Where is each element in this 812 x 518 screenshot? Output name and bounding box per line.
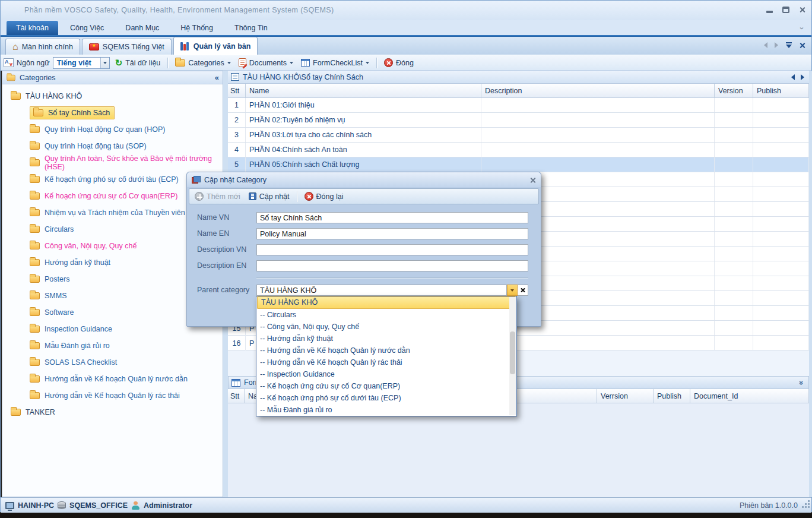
language-combo-dropdown-icon[interactable] [100, 58, 109, 68]
dropdown-item[interactable]: -- Kế hoạch ứng cứu sự cố Cơ quan(ERP) [256, 380, 516, 392]
tree-item-label: Hướng dẫn kỹ thuật [45, 258, 110, 267]
update-button[interactable]: Cập nhật [246, 191, 293, 202]
column-header-publish[interactable]: Publish [753, 84, 809, 97]
ribbon-tab-2[interactable]: Công Việc [61, 21, 113, 35]
dropdown-scrollbar-thumb[interactable] [510, 331, 515, 374]
restore-button[interactable] [782, 7, 789, 13]
table-row[interactable]: 5PHẦN 05:Chính sách Chất lượng [228, 157, 809, 172]
ribbon-tab-3[interactable]: Danh Mục [116, 21, 169, 35]
cell [715, 187, 753, 201]
column-header-verrsion[interactable]: Verrsion [597, 389, 654, 403]
dropdown-item[interactable]: -- Công văn, Nội quy, Quy chế [256, 321, 516, 333]
reload-button[interactable]: ↻ Tải dữ liệu [113, 58, 163, 68]
cell-stt: 16 [228, 336, 246, 351]
folder-icon [30, 392, 40, 399]
tree-item[interactable]: Quy trình An toàn, Sức khỏe và Bảo vệ mô… [2, 154, 223, 171]
dialog-toolbar-separator [297, 191, 297, 202]
tree-item[interactable]: TÀU HÀNG KHÔ [2, 88, 223, 105]
resize-grip[interactable] [805, 503, 807, 505]
panel-collapse-icon[interactable]: « [215, 73, 219, 82]
close-button[interactable] [799, 7, 805, 13]
tree-item[interactable]: TANKER [2, 404, 223, 421]
window-title: Phần mềm VOSCO Safety, Quality, Health, … [24, 6, 334, 14]
cell [715, 261, 753, 276]
name-en-input[interactable] [256, 228, 528, 239]
cell: 4 [228, 143, 246, 157]
tree-item[interactable]: Hướng dẫn về Kế hoạch Quản lý rác thải [2, 387, 223, 404]
dropdown-item[interactable]: -- Mẫu Đánh giá rủi ro [256, 404, 516, 416]
parent-category-clear-icon[interactable] [518, 285, 528, 296]
tree-item[interactable]: SOLAS LSA Checklist [2, 354, 223, 371]
form-panel-collapse-icon[interactable]: » [797, 380, 806, 384]
dialog-close-icon[interactable] [530, 177, 536, 183]
grid-next-icon[interactable] [801, 74, 804, 80]
tree-item-label: Inspection Guidance [45, 325, 112, 333]
cell-name: PHẦN 02:Tuyên bố nhiệm vụ [246, 113, 481, 127]
formchecklist-menu-button[interactable]: FormCheckList [299, 58, 372, 68]
app-window: Phần mềm VOSCO Safety, Quality, Health, … [0, 0, 812, 512]
table-row[interactable]: 2PHẦN 02:Tuyên bố nhiệm vụ [228, 113, 809, 128]
chevron-down-icon [290, 62, 293, 64]
document-tab-label: SQEMS Tiếng Việt [103, 43, 164, 51]
dropdown-item[interactable]: -- Inspection Guidance [256, 368, 516, 380]
dropdown-item[interactable]: TÀU HÀNG KHÔ [257, 296, 516, 309]
minimize-button[interactable] [766, 11, 773, 13]
cell [753, 113, 809, 127]
description-vn-input[interactable] [256, 244, 528, 255]
column-header-description[interactable]: Description [481, 84, 715, 97]
ribbon-tab-bar: Tài khoảnCông ViệcDanh MụcHệ ThốngThông … [1, 20, 811, 35]
cell [753, 202, 809, 216]
cell [753, 321, 809, 335]
document-tab-2[interactable]: SQEMS Tiếng Việt [82, 39, 172, 55]
column-header-version[interactable]: Version [715, 84, 753, 97]
table-row[interactable]: 1PHẦN 01:Giới thiệu [228, 98, 809, 113]
tab-scroll-right-icon[interactable] [775, 42, 778, 48]
tab-scroll-left-icon[interactable] [764, 42, 767, 48]
parent-category-dropdown-icon[interactable] [507, 285, 518, 296]
tab-close-icon[interactable] [800, 42, 805, 48]
document-tab-1[interactable]: ⌂Màn hình chính [5, 39, 80, 55]
dropdown-item[interactable]: -- Kế hoạch ứng phó sự cố dưới tàu (ECP) [256, 392, 516, 404]
documents-menu-button[interactable]: Documents [236, 57, 296, 68]
tree-item[interactable]: Mẫu Đánh giá rủi ro [2, 337, 223, 354]
column-header-name[interactable]: Name [246, 84, 481, 97]
table-row[interactable]: 3PHẦN 03:Lời tựa cho các chính sách [228, 128, 809, 143]
column-header-stt[interactable]: Stt [228, 389, 245, 403]
add-new-button[interactable]: Thêm mới [192, 191, 243, 202]
ribbon-collapse-icon[interactable]: ‹ [796, 27, 805, 29]
dialog-close-button[interactable]: Đóng lại [302, 191, 347, 202]
categories-menu-button[interactable]: Categories [173, 58, 233, 68]
cell [715, 202, 753, 216]
column-header-stt[interactable]: Stt [228, 84, 246, 97]
dropdown-item[interactable]: -- Hướng dẫn về Kế hoạch Quản lý rác thả… [256, 356, 516, 368]
column-header-publish[interactable]: Publish [654, 389, 690, 403]
close-tab-button[interactable]: Đóng [382, 57, 416, 68]
language-combo[interactable]: Tiếng việt [53, 57, 110, 69]
cell [753, 157, 809, 172]
dropdown-item[interactable]: -- Circulars [256, 309, 516, 321]
tree-item[interactable]: Quy trình Hoạt động Cơ quan (HOP) [2, 121, 223, 138]
dropdown-item[interactable]: -- Hướng dẫn kỹ thuật [256, 333, 516, 345]
tree-item[interactable]: Hướng dẫn về Kế hoạch Quản lý nước dằn [2, 371, 223, 387]
tab-list-icon[interactable] [785, 42, 792, 48]
grid-prev-icon[interactable] [791, 74, 795, 80]
parent-category-input[interactable] [256, 285, 507, 296]
description-en-input[interactable] [256, 260, 528, 271]
books-icon [180, 42, 190, 50]
column-header-document_id[interactable]: Document_Id [690, 389, 809, 403]
tree-item[interactable]: Quy trình Hoạt động tàu (SOP) [2, 138, 223, 154]
reload-label: Tải dữ liệu [125, 59, 160, 67]
ribbon-tab-1[interactable]: Tài khoản [7, 21, 58, 35]
ribbon-tab-4[interactable]: Hệ Thống [171, 21, 223, 35]
folder-icon [11, 409, 21, 416]
table-row[interactable]: 4PHẦN 04:Chính sách An toàn [228, 143, 809, 157]
dropdown-scrollbar[interactable] [509, 297, 516, 415]
document-tab-label: Màn hình chính [22, 43, 73, 51]
name-vn-input[interactable] [256, 212, 528, 223]
dropdown-item[interactable]: -- Hướng dẫn về Kế hoạch Quản lý nước dằ… [256, 345, 516, 356]
tree-item[interactable]: Sổ tay Chính Sách [2, 105, 223, 121]
cell-name: PHẦN 05:Chính sách Chất lượng [246, 157, 481, 172]
document-tab-3[interactable]: Quản lý văn bản [173, 37, 258, 55]
tree-item-label: Kế hoạch ứng cứu sự cố Cơ quan(ERP) [45, 192, 177, 200]
ribbon-tab-5[interactable]: Thông Tin [225, 21, 277, 35]
